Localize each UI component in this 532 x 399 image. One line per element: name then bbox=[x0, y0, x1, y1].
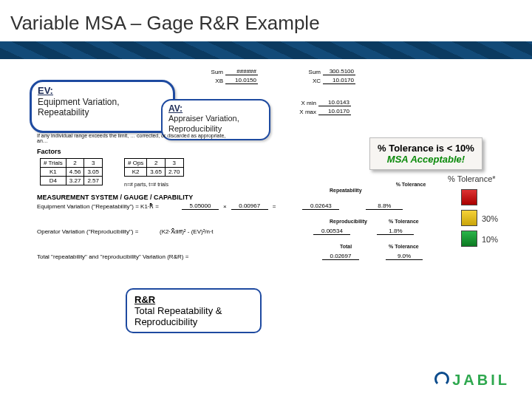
rnr-callout: R&R Total Repeatability & Reproducibilit… bbox=[126, 288, 262, 333]
legend-10: 10% bbox=[482, 235, 498, 244]
av-row: Operator Variation ("Reproducibility") =… bbox=[37, 228, 414, 235]
legend: 30% 10% bbox=[461, 189, 498, 251]
xb-value: XB10.0150 bbox=[204, 77, 258, 84]
legend-30: 30% bbox=[482, 214, 498, 223]
header-band bbox=[0, 41, 532, 59]
logo-arc-icon bbox=[434, 372, 449, 386]
col-reproducibility: Reproducibility bbox=[330, 219, 367, 224]
page-title: Variable MSA – Gage R&R Example bbox=[10, 12, 320, 35]
ev-row: Equipment Variation ("Repeatability") = … bbox=[37, 202, 403, 210]
rr-row: Total "repeatability" and "reproducibili… bbox=[37, 253, 423, 260]
factors-footnote: n=# parts, t=# trials bbox=[124, 182, 168, 187]
sum-right: Sum300.5100 bbox=[301, 68, 355, 75]
swatch-green bbox=[461, 231, 477, 247]
factors-table-k2: # Ops23 K23.652.70 bbox=[124, 158, 184, 177]
swatch-red bbox=[461, 189, 477, 205]
col-pct-tol-2: % Tolerance bbox=[389, 219, 419, 224]
col-repeatability: Repeatability bbox=[330, 188, 362, 193]
xc-value: XC10.0170 bbox=[301, 77, 355, 84]
swatch-yellow bbox=[461, 210, 477, 226]
pct-tol-star: % Tolerance* bbox=[448, 174, 496, 183]
sum-left: Sum###### bbox=[204, 68, 258, 75]
brand-logo: JABIL bbox=[434, 372, 510, 389]
discard-note: If any individual range exceeds the limi… bbox=[37, 133, 229, 143]
factors-title: Factors bbox=[37, 148, 61, 155]
capability-header: MEASUREMENT SYSTEM / GAUGE / CAPABILITY bbox=[37, 194, 193, 201]
factors-table-k1: # Trials23 K14.563.05 D43.272.57 bbox=[40, 158, 103, 185]
col-pct-tol: % Tolerance bbox=[389, 182, 433, 187]
tolerance-verdict: % Tolerance is < 10% MSA Acceptable! bbox=[369, 137, 482, 170]
col-total: Total bbox=[340, 244, 352, 249]
col-pct-tol-3: % Tolerance bbox=[389, 244, 419, 249]
chart-area: Sum###### XB10.0150 Sum300.5100 XC10.017… bbox=[44, 66, 488, 325]
xmin-value: X min10.0143 bbox=[297, 99, 351, 106]
ev-callout: EV: Equipment Variation, Repeatability bbox=[30, 80, 175, 133]
xmax-value: X max10.0170 bbox=[297, 108, 351, 115]
